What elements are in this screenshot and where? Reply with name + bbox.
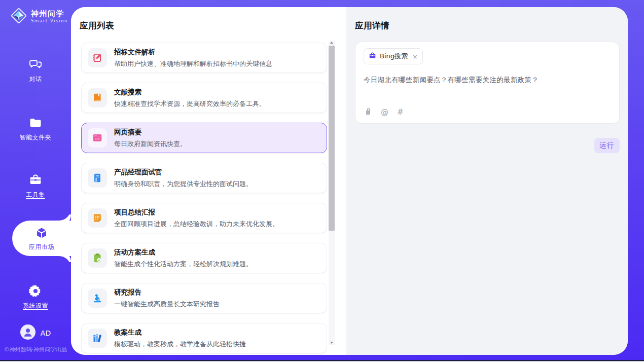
- app-item-description: 智能生成个性化活动方案，轻松解决规划难题。: [114, 260, 253, 269]
- toolbox-icon: [28, 172, 43, 188]
- app-detail-panel: 应用详情 Bing搜索 × 今日湖北有哪些新闻要点？有哪些需要关注的最新政: [346, 7, 628, 355]
- app-list-item[interactable]: 教案生成模板驱动，教案秒成，教学准备从此轻松快捷: [81, 323, 327, 353]
- app-item-description: 模板驱动，教案秒成，教学准备从此轻松快捷: [114, 340, 246, 349]
- scroll-down-icon[interactable]: [329, 340, 335, 345]
- scroll-up-icon[interactable]: [329, 40, 335, 45]
- microscope-icon: [88, 288, 107, 308]
- sidebar-nav: 对话智能文件夹工具集应用市场系统设置: [0, 26, 71, 324]
- sidebar-item-app-market[interactable]: 应用市场: [12, 221, 71, 256]
- composer-card[interactable]: Bing搜索 × 今日湖北有哪些新闻要点？有哪些需要关注的最新政策？ @ #: [355, 42, 620, 124]
- app-window: 神州问学 Smart Vision 对话智能文件夹工具集应用市场系统设置 AD …: [0, 0, 644, 362]
- app-item-description: 一键智能生成高质量长文本研究报告: [114, 300, 220, 309]
- chat-icon: [28, 57, 43, 72]
- sidebar-item-label: 应用市场: [29, 243, 54, 251]
- main-container: 应用列表 招标文件解析帮助用户快速、准确地理解和解析招标书中的关键信息文献搜索快…: [71, 7, 628, 355]
- sidebar-item-toolbox[interactable]: 工具集: [26, 172, 45, 199]
- sidebar-item-chat[interactable]: 对话: [28, 57, 43, 84]
- cube-icon: [34, 226, 49, 241]
- run-button[interactable]: 运行: [594, 138, 620, 153]
- sidebar-item-label: 智能文件夹: [20, 133, 52, 142]
- tool-tag-bing-search[interactable]: Bing搜索 ×: [364, 48, 423, 64]
- tool-tag-label: Bing搜索: [380, 52, 408, 61]
- user-initials: AD: [41, 329, 51, 337]
- brand-name: 神州问学: [31, 10, 68, 18]
- sidebar-item-label: 系统设置: [23, 302, 48, 310]
- brand-subtitle: Smart Vision: [31, 19, 68, 24]
- app-item-title: 项目总结汇报: [114, 208, 279, 217]
- sidebar-item-label: 对话: [29, 75, 42, 84]
- hash-icon[interactable]: #: [397, 108, 404, 116]
- user-chip[interactable]: AD: [20, 324, 51, 342]
- svg-text:</>: </>: [95, 137, 100, 140]
- app-detail-title: 应用详情: [355, 20, 628, 31]
- clipboard-check-icon: [88, 248, 107, 268]
- composer-toolbar: @ #: [364, 107, 404, 117]
- copyright-text: ©神州数码·神州问学出品: [4, 346, 67, 353]
- app-item-title: 招标文件解析: [114, 48, 272, 57]
- app-item-title: 网页摘要: [114, 128, 187, 137]
- sidebar-item-system-settings[interactable]: 系统设置: [23, 283, 48, 310]
- notes-icon: [88, 208, 107, 228]
- app-list: 招标文件解析帮助用户快速、准确地理解和解析招标书中的关键信息文献搜索快速精准查找…: [81, 43, 327, 355]
- app-item-title: 教案生成: [114, 328, 246, 337]
- app-list-item[interactable]: 产品经理面试官明确身份和职责，为您提供专业性的面试问题。: [81, 163, 327, 193]
- app-list-panel: 应用列表 招标文件解析帮助用户快速、准确地理解和解析招标书中的关键信息文献搜索快…: [71, 7, 346, 355]
- app-list-item[interactable]: 文献搜索快速精准查找学术资源，提高研究效率的必备工具。: [81, 83, 327, 113]
- paperclip-icon[interactable]: [364, 107, 372, 117]
- tag-close-icon[interactable]: ×: [412, 53, 418, 60]
- app-list-item[interactable]: 活动方案生成智能生成个性化活动方案，轻松解决规划难题。: [81, 243, 327, 273]
- app-list-item[interactable]: 项目总结汇报全面回顾项目进展，总结经验教训，助力未来优化发展。: [81, 203, 327, 233]
- sidebar-item-label: 工具集: [26, 191, 45, 199]
- app-list-item[interactable]: </>网页摘要每日政府新闻资讯快查。: [81, 123, 327, 153]
- resume-person-icon: [88, 168, 107, 188]
- notebook-edit-icon: [88, 48, 107, 67]
- diamond-logo-icon: [10, 7, 27, 26]
- gear-icon: [28, 283, 43, 299]
- browser-code-icon: </>: [88, 128, 107, 148]
- app-list-item[interactable]: 招标文件解析帮助用户快速、准确地理解和解析招标书中的关键信息: [81, 43, 327, 73]
- app-list-title: 应用列表: [80, 20, 346, 31]
- app-item-title: 文献搜索: [114, 88, 266, 97]
- app-list-scrollbar[interactable]: [329, 41, 335, 345]
- book-icon: [88, 88, 107, 107]
- app-item-description: 每日政府新闻资讯快查。: [114, 139, 187, 149]
- app-item-description: 快速精准查找学术资源，提高研究效率的必备工具。: [114, 99, 266, 108]
- books-icon: [88, 329, 107, 348]
- app-item-title: 研究报告: [114, 288, 220, 297]
- app-item-title: 产品经理面试官: [114, 168, 253, 177]
- scrollbar-thumb[interactable]: [329, 46, 335, 231]
- avatar: [20, 324, 35, 342]
- brand-logo: 神州问学 Smart Vision: [0, 0, 68, 26]
- app-item-description: 帮助用户快速、准确地理解和解析招标书中的关键信息: [114, 59, 272, 68]
- sidebar-item-smart-folder[interactable]: 智能文件夹: [20, 115, 52, 142]
- app-item-description: 全面回顾项目进展，总结经验教训，助力未来优化发展。: [114, 220, 279, 229]
- at-icon[interactable]: @: [381, 108, 388, 116]
- folder-icon: [28, 115, 43, 130]
- app-list-item[interactable]: 研究报告一键智能生成高质量长文本研究报告: [81, 283, 327, 313]
- sidebar: 神州问学 Smart Vision 对话智能文件夹工具集应用市场系统设置 AD …: [0, 0, 71, 360]
- app-item-title: 活动方案生成: [114, 248, 253, 257]
- prompt-input[interactable]: 今日湖北有哪些新闻要点？有哪些需要关注的最新政策？: [364, 76, 611, 85]
- app-item-description: 明确身份和职责，为您提供专业性的面试问题。: [114, 179, 253, 189]
- briefcase-icon: [369, 52, 376, 61]
